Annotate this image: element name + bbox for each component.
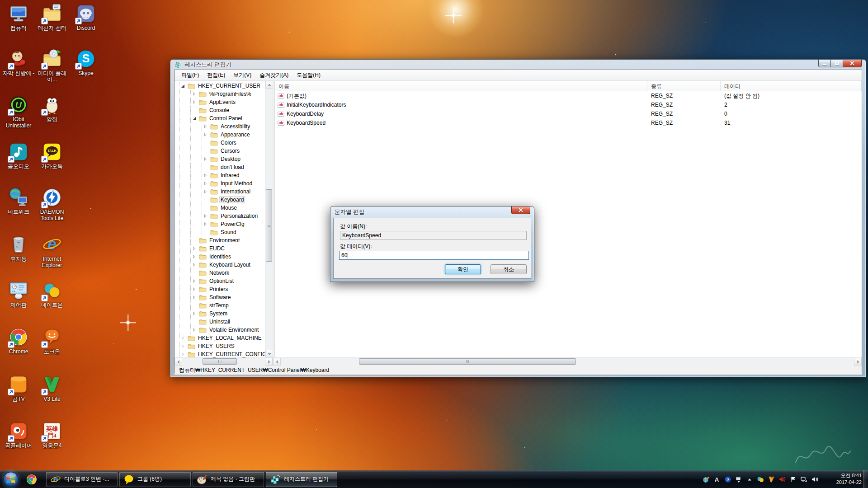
- desktop-icon[interactable]: 英雄門4 영웅문4: [35, 421, 69, 449]
- expand-arrow-icon[interactable]: [192, 238, 198, 244]
- menu-item[interactable]: 편집(E): [203, 70, 229, 80]
- tree-item[interactable]: Cursors: [175, 147, 265, 155]
- expand-arrow-icon[interactable]: [203, 164, 209, 170]
- tree-item[interactable]: Appearance: [175, 131, 265, 139]
- tree-item[interactable]: Personalization: [175, 212, 265, 220]
- expand-arrow-icon[interactable]: [203, 148, 209, 154]
- tree-item[interactable]: Printers: [175, 285, 265, 293]
- tree-item[interactable]: Colors: [175, 139, 265, 147]
- registry-value-row[interactable]: abInitialKeyboardIndicators REG_SZ 2: [275, 100, 862, 109]
- tree-item[interactable]: AppEvents: [175, 98, 265, 106]
- expand-arrow-icon[interactable]: [203, 140, 209, 146]
- expand-arrow-icon[interactable]: [192, 108, 198, 113]
- tree-item[interactable]: Identities: [175, 253, 265, 261]
- tree-item[interactable]: HKEY_CURRENT_CONFIG: [175, 350, 265, 357]
- tree-item[interactable]: Sound: [175, 228, 265, 236]
- tree-item[interactable]: Accessibility: [175, 122, 265, 131]
- registry-tree-panel[interactable]: HKEY_CURRENT_USER %ProgramFiles% AppEven…: [175, 81, 273, 357]
- desktop-icon[interactable]: 자막 한방에~: [2, 49, 35, 76]
- expand-arrow-icon[interactable]: [192, 99, 198, 105]
- desktop-icon[interactable]: 토크온: [35, 327, 69, 355]
- tree-item[interactable]: Mouse: [175, 204, 265, 212]
- tree-item[interactable]: Volatile Environment: [175, 326, 265, 334]
- v3-tray-icon[interactable]: [767, 476, 775, 483]
- volume-tray-icon[interactable]: [811, 476, 818, 483]
- expand-arrow-icon[interactable]: [192, 270, 198, 276]
- tree-item[interactable]: Network: [175, 269, 265, 277]
- tree-item[interactable]: Keyboard Layout: [175, 261, 265, 269]
- expand-arrow-icon[interactable]: [203, 213, 209, 219]
- ime-a-icon[interactable]: A: [713, 476, 721, 483]
- expand-arrow-icon[interactable]: [192, 91, 198, 97]
- column-headers[interactable]: 이름 종류 데이터: [275, 81, 862, 91]
- expand-arrow-icon[interactable]: [203, 156, 209, 162]
- scrollbar-thumb[interactable]: [359, 358, 576, 365]
- desktop-icon[interactable]: 네이트온: [35, 281, 69, 308]
- expand-arrow-icon[interactable]: [203, 221, 209, 227]
- menu-item[interactable]: 보기(V): [229, 70, 255, 80]
- close-button[interactable]: [843, 60, 862, 67]
- menu-item[interactable]: 파일(F): [177, 70, 203, 80]
- maximize-button[interactable]: [830, 60, 843, 67]
- tree-item[interactable]: Software: [175, 293, 265, 301]
- expand-arrow-icon[interactable]: [192, 254, 198, 260]
- tree-item[interactable]: Keyboard: [175, 196, 265, 204]
- ime-globe-icon[interactable]: [702, 476, 710, 483]
- scroll-up-button[interactable]: [265, 81, 273, 89]
- dialog-titlebar[interactable]: 문자열 편집: [330, 206, 534, 218]
- expand-arrow-icon[interactable]: [203, 132, 209, 138]
- taskbar-clock[interactable]: 오전 8:41 2017-04-22: [823, 472, 862, 486]
- expand-arrow-icon[interactable]: [203, 189, 209, 195]
- scrollbar-thumb[interactable]: [266, 189, 272, 262]
- tree-item[interactable]: System: [175, 310, 265, 318]
- menu-item[interactable]: 즐겨찾기(A): [255, 70, 292, 80]
- expand-arrow-icon[interactable]: [203, 205, 209, 211]
- gomspeaker-tray-icon[interactable]: [778, 476, 786, 483]
- scroll-down-button[interactable]: [265, 350, 273, 357]
- desktop-icon[interactable]: 곰오디오: [2, 142, 35, 169]
- registry-value-row[interactable]: abKeyboardSpeed REG_SZ 31: [275, 118, 862, 127]
- tree-item[interactable]: HKEY_LOCAL_MACHINE: [175, 334, 265, 342]
- tree-item[interactable]: Infrared: [175, 171, 265, 179]
- registry-value-row[interactable]: abKeyboardDelay REG_SZ 0: [275, 109, 862, 118]
- tree-horizontal-scrollbar[interactable]: [175, 358, 273, 366]
- tree-item[interactable]: OptionList: [175, 277, 265, 285]
- edit-string-dialog[interactable]: 문자열 편집 값 이름(N): KeyboardSpeed 값 데이터(V): …: [330, 206, 534, 282]
- minimize-button[interactable]: [818, 60, 831, 67]
- network-tray-icon[interactable]: [800, 476, 807, 483]
- expand-arrow-icon[interactable]: [192, 295, 198, 300]
- expand-arrow-icon[interactable]: [192, 327, 198, 333]
- expand-arrow-icon[interactable]: [192, 278, 198, 284]
- expand-arrow-icon[interactable]: [180, 335, 186, 341]
- desktop-icon[interactable]: TALK 카카오톡: [35, 142, 69, 169]
- tree-item[interactable]: strTemp: [175, 301, 265, 310]
- taskbar-chrome-icon[interactable]: [23, 472, 41, 487]
- expand-arrow-icon[interactable]: [192, 311, 198, 317]
- menu-item[interactable]: 도움말(H): [292, 70, 325, 80]
- desktop-icon[interactable]: Discord: [69, 4, 103, 31]
- flag-tray-icon[interactable]: [789, 476, 797, 483]
- expand-arrow-icon[interactable]: [192, 319, 198, 325]
- tree-item[interactable]: PowerCfg: [175, 220, 265, 228]
- nateon-tray-icon[interactable]: [756, 476, 764, 483]
- tree-item[interactable]: Console: [175, 106, 265, 114]
- desktop-icon[interactable]: e Internet Explorer: [35, 235, 69, 268]
- taskbar-button[interactable]: 그룹 (6명): [119, 472, 191, 487]
- taskbar-button[interactable]: e 디아블로3 인벤 -...: [46, 472, 118, 487]
- expand-arrow-icon[interactable]: [203, 197, 209, 203]
- expand-arrow-icon[interactable]: [203, 181, 209, 187]
- expand-arrow-icon[interactable]: [192, 262, 198, 268]
- desktop-icon[interactable]: DAEMON Tools Lite: [35, 188, 69, 221]
- expand-arrow-icon[interactable]: [180, 343, 186, 349]
- tree-item[interactable]: HKEY_USERS: [175, 342, 265, 350]
- desktop-icon[interactable]: 곰플레이어: [2, 421, 35, 449]
- tree-item[interactable]: Control Panel: [175, 114, 265, 122]
- expand-arrow-icon[interactable]: [192, 246, 198, 252]
- desktop-icon[interactable]: 알집: [35, 95, 69, 122]
- tree-item[interactable]: don't load: [175, 163, 265, 171]
- scroll-left-button[interactable]: [273, 358, 281, 366]
- cancel-button[interactable]: 취소: [491, 264, 527, 274]
- start-button[interactable]: [3, 471, 19, 488]
- expand-arrow-icon[interactable]: [192, 303, 198, 309]
- tree-item[interactable]: EUDC: [175, 244, 265, 253]
